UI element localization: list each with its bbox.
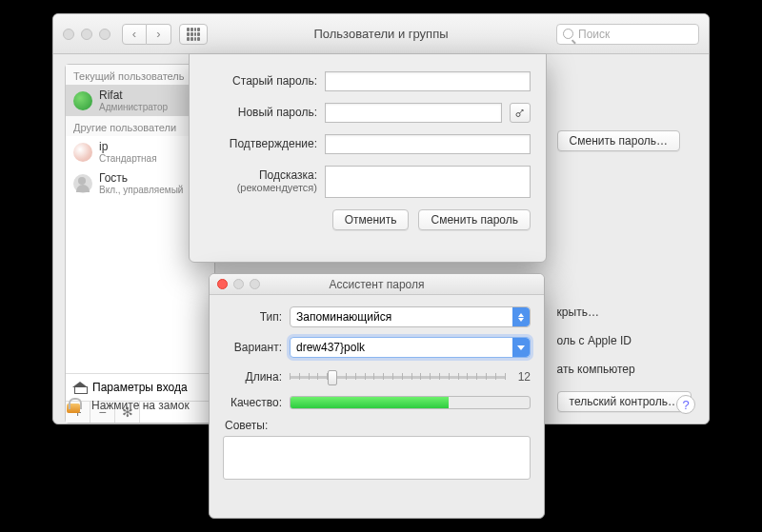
back-button[interactable]: ‹ <box>122 24 147 45</box>
hint-field[interactable] <box>325 166 531 198</box>
help-button[interactable]: ? <box>676 395 695 414</box>
show-all-button[interactable] <box>179 24 208 45</box>
password-assistant-window: Ассистент пароля Тип: Запоминающийся Вар… <box>209 273 545 519</box>
login-options-label: Параметры входа <box>92 381 188 394</box>
hint-label: Подсказка: (рекомендуется) <box>205 166 317 193</box>
old-password-field[interactable] <box>325 71 531 91</box>
variant-input[interactable] <box>291 338 512 357</box>
cancel-button[interactable]: Отменить <box>332 209 410 230</box>
assistant-titlebar[interactable]: Ассистент пароля <box>210 274 544 295</box>
quality-label: Качество: <box>223 396 282 409</box>
password-assistant-button[interactable] <box>510 103 531 123</box>
type-value: Запоминающийся <box>296 310 391 324</box>
svg-point-0 <box>516 112 520 116</box>
forward-button[interactable]: › <box>147 24 171 45</box>
grid-icon <box>187 28 200 41</box>
slider-thumb[interactable] <box>328 370 337 385</box>
key-icon <box>514 108 526 119</box>
variant-combo[interactable] <box>290 337 531 358</box>
user-name: Гость <box>99 171 183 185</box>
confirm-password-label: Подтверждение: <box>205 134 317 150</box>
chevron-updown-icon <box>512 307 530 326</box>
change-password-sheet: Старый пароль: Новый пароль: Подтвержден… <box>189 53 547 263</box>
variant-label: Вариант: <box>223 341 282 354</box>
length-slider[interactable] <box>290 367 506 386</box>
search-icon <box>563 29 573 39</box>
chevron-down-icon[interactable] <box>512 338 530 357</box>
type-popup[interactable]: Запоминающийся <box>290 306 531 327</box>
home-icon <box>73 382 87 393</box>
new-password-field[interactable] <box>325 103 502 123</box>
length-label: Длина: <box>223 370 282 384</box>
open-action[interactable]: крыть… <box>557 305 599 319</box>
appleid-action[interactable]: оль с Apple ID <box>557 334 632 347</box>
user-name: ip <box>99 140 157 153</box>
change-password-button[interactable]: Сменить пароль… <box>557 130 681 151</box>
link-computer-action[interactable]: ать компьютер <box>557 363 635 376</box>
search-input[interactable]: Поиск <box>556 24 699 45</box>
user-name: Rifat <box>99 89 168 102</box>
window-controls[interactable] <box>63 29 110 40</box>
avatar-icon <box>73 174 92 193</box>
lock-text: Нажмите на замок <box>91 399 190 412</box>
type-label: Тип: <box>223 310 282 324</box>
old-password-label: Старый пароль: <box>205 71 317 88</box>
new-password-label: Новый пароль: <box>205 103 317 119</box>
lock-icon <box>65 397 82 414</box>
assistant-title: Ассистент пароля <box>210 278 544 291</box>
submit-button[interactable]: Сменить пароль <box>418 209 531 230</box>
zoom-icon[interactable] <box>99 29 110 40</box>
avatar-icon <box>73 143 92 162</box>
user-role: Стандартная <box>99 153 157 164</box>
user-role: Вкл., управляемый <box>99 185 183 195</box>
avatar-icon <box>73 91 92 110</box>
search-placeholder: Поиск <box>578 28 610 41</box>
user-role: Администратор <box>99 102 168 112</box>
length-value: 12 <box>513 370 531 384</box>
quality-fill <box>291 397 449 408</box>
nav-back-forward: ‹ › <box>122 24 171 45</box>
minimize-icon[interactable] <box>81 29 92 40</box>
quality-meter <box>290 396 531 409</box>
tips-box <box>223 436 531 480</box>
toolbar: ‹ › Пользователи и группы Поиск <box>53 14 709 54</box>
tips-label: Советы: <box>225 419 531 432</box>
close-icon[interactable] <box>63 29 74 40</box>
confirm-password-field[interactable] <box>325 134 531 154</box>
